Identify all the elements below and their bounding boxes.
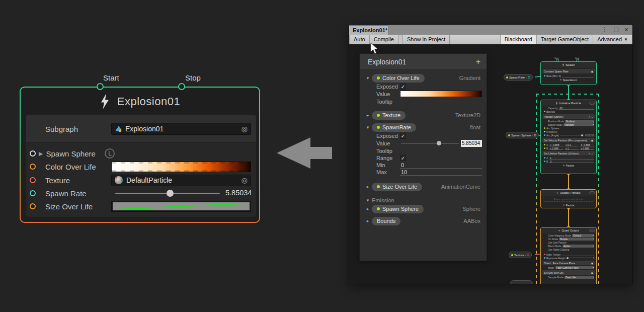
block-enabled-checkbox[interactable]: ◉ (591, 271, 593, 274)
tab-explosion01[interactable]: Explosion01* (349, 25, 388, 35)
lifetime-b-port[interactable] (544, 161, 545, 162)
block-enabled-checkbox[interactable]: ✓ ⌄ (588, 115, 593, 118)
vel-b-y[interactable]: y 1 (565, 147, 579, 150)
property-row-bounds[interactable]: ▸ Bounds AABox (360, 216, 487, 226)
lifetime-a-port[interactable] (544, 157, 545, 159)
spawnrate-slider[interactable]: 5.85034 (400, 140, 482, 147)
collapse-icon[interactable]: ‹ (525, 254, 526, 257)
block-enabled-checkbox[interactable]: ◉ (591, 139, 593, 142)
expander-triangle-icon[interactable]: ▶ (39, 150, 43, 157)
spawnrate-value-field[interactable]: 5.85034 (461, 140, 482, 147)
initialize-particle-node[interactable]: Initialize Particle Capacity60 Bounds Po… (540, 100, 597, 174)
vel-a-x[interactable]: x -0.888 (549, 143, 564, 146)
size-over-life-parameter-node-partial[interactable] (510, 280, 533, 284)
chevron-down-icon[interactable]: ▾ (364, 198, 372, 203)
vel-a-y[interactable]: y 0.1 (565, 143, 579, 146)
chevron-right-icon[interactable]: ▸ (364, 184, 372, 189)
property-row-texture[interactable]: ▸ Texture Texture2D (360, 110, 487, 120)
rate-port[interactable] (544, 75, 545, 76)
quad-output-node[interactable]: ▼Quad Output Color Mapping ModeDefault U… (540, 227, 597, 284)
min-field[interactable]: 0 (400, 162, 482, 169)
orient-mode-dropdown[interactable]: Face Camera Plane (555, 266, 594, 269)
output-port[interactable] (527, 254, 529, 256)
slider-handle[interactable] (437, 141, 441, 145)
add-property-button[interactable]: + (476, 57, 480, 66)
chevron-down-icon[interactable]: ▾ (364, 75, 372, 81)
advanced-dropdown-button[interactable]: Advanced▼ (593, 35, 632, 44)
texture-object-field[interactable]: DefaultParticle ◎ (111, 175, 251, 186)
spawn-node[interactable]: Spawn Constant Spawn Rate◉ Rate (Min: 0)… (540, 61, 597, 85)
exposed-checkbox[interactable]: ✓ (400, 133, 406, 139)
capacity-field[interactable]: 60 (558, 107, 594, 110)
spawnrate-parameter-node[interactable]: SpawnRate ‹ (504, 74, 533, 81)
chevron-right-icon[interactable]: ▸ (364, 113, 372, 118)
color-over-life-port[interactable] (30, 164, 36, 170)
bounds-port[interactable] (544, 111, 545, 112)
slider-handle[interactable] (167, 190, 174, 197)
texture-port[interactable] (30, 177, 36, 183)
object-picker-icon[interactable]: ◎ (242, 177, 248, 184)
gradient-value-field[interactable] (400, 91, 482, 97)
kebab-menu-icon[interactable]: ⋮ (602, 27, 608, 33)
collapse-icon[interactable]: ‹ (532, 134, 533, 137)
exposure-slider[interactable] (567, 258, 592, 258)
velocity-b-port[interactable] (544, 147, 545, 149)
output-port[interactable] (534, 134, 536, 136)
lifetime-a-field[interactable]: 1 (549, 157, 594, 160)
block-toggle-icon[interactable]: ◉ (591, 70, 593, 73)
set-lifetime-random-block[interactable]: Set Lifetime Random (Uniform)✓ ⌄ (542, 151, 595, 155)
chevron-down-icon[interactable]: ▾ (364, 125, 372, 130)
vel-b-x[interactable]: x 0.888 (549, 147, 564, 150)
exposure-weight-port[interactable] (544, 257, 545, 259)
compile-button[interactable]: Compile (370, 35, 398, 44)
property-row-size-over-life[interactable]: ▸ Size Over Life AnimationCurve (360, 182, 487, 192)
blend-mode-dropdown[interactable]: Alpha (562, 245, 594, 248)
position-sphere-block[interactable]: Position (Sphere)✓ ⌄ (542, 114, 595, 119)
uv-mode-dropdown[interactable]: Simple (559, 238, 594, 241)
main-texture-port[interactable] (544, 254, 545, 255)
lifetime-b-field[interactable]: 3 (549, 160, 594, 163)
sample-mode-dropdown[interactable]: Over Life (565, 276, 594, 279)
explosion01-subgraph-node[interactable]: Start Stop Explosion01 Subgraph (20, 87, 260, 223)
property-row-color-over-life[interactable]: ▾ Color Over Life Gradient (360, 73, 487, 83)
close-icon[interactable]: × (624, 26, 628, 33)
arc-angle-port[interactable] (544, 134, 545, 136)
spawn-rate-port[interactable] (30, 190, 36, 196)
spawn-rate-slider[interactable]: 5.85034 (111, 187, 251, 199)
category-emission[interactable]: ▾ Emission (360, 196, 487, 204)
chevron-right-icon[interactable]: ▸ (364, 206, 372, 211)
property-row-spawn-sphere[interactable]: ▸ Spawn Sphere Sphere (360, 204, 487, 214)
object-picker-icon[interactable]: ◎ (242, 125, 248, 132)
block-enabled-checkbox[interactable]: ✓ ⌄ (588, 152, 593, 155)
subgraph-object-field[interactable]: Explosion01 ◎ (111, 123, 251, 135)
constant-spawn-rate-block[interactable]: Constant Spawn Rate◉ (542, 69, 595, 73)
blackboard-toggle-button[interactable]: Blackboard (501, 35, 537, 44)
velocity-a-port[interactable] (544, 144, 545, 145)
vel-b-z[interactable]: z 0.888 (580, 147, 594, 150)
add-blocks-placeholder[interactable]: Press space to add blocks (543, 197, 594, 202)
target-gameobject-button[interactable]: Target GameObject (537, 35, 593, 44)
show-in-project-button[interactable]: Show in Project (403, 35, 450, 44)
collapse-icon[interactable]: ‹ (526, 76, 527, 79)
max-field[interactable]: 10 (400, 169, 482, 176)
spawn-sphere-parameter-node[interactable]: Spawn Sphere ‹ (506, 132, 539, 138)
spawn-mode-dropdown[interactable]: Random (564, 123, 594, 126)
set-size-over-life-block[interactable]: Set Size over Life◉ (542, 270, 595, 275)
chevron-right-icon[interactable]: ▸ (364, 218, 372, 223)
update-particle-node[interactable]: ▼Update Particle Press space to add bloc… (540, 189, 597, 208)
spawn-sphere-port[interactable] (30, 150, 36, 157)
maximize-icon[interactable] (614, 28, 618, 32)
local-space-badge[interactable]: L (105, 148, 115, 159)
position-mode-dropdown[interactable]: Surface (565, 120, 594, 123)
stop-flow-port[interactable] (178, 83, 185, 90)
in-sphere-port[interactable] (544, 131, 545, 132)
set-velocity-random-block[interactable]: Set Velocity Random (Per component)◉ (542, 138, 595, 142)
curve-field[interactable] (111, 201, 251, 212)
exposed-checkbox[interactable]: ✓ (400, 84, 406, 90)
spawn-rate-value[interactable]: 5.85034 (225, 189, 251, 198)
arc-sphere-port[interactable] (544, 127, 545, 129)
size-over-life-port[interactable] (30, 203, 36, 209)
property-row-spawnrate[interactable]: ▾ SpawnRate float (360, 122, 487, 132)
graph-canvas[interactable]: Explosion01 + ▾ Color Over Life Gradient… (349, 44, 632, 284)
vel-a-z[interactable]: z -0.888 (580, 143, 594, 146)
